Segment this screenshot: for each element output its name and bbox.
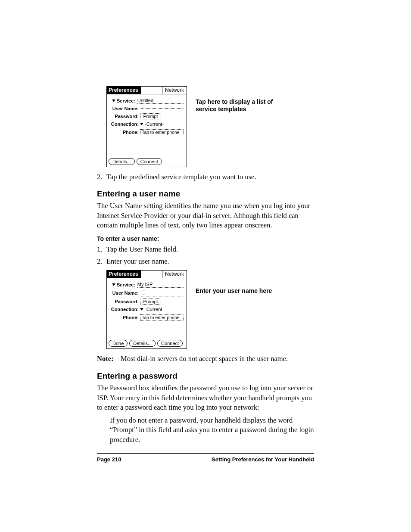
connection-value: -Current- bbox=[145, 121, 164, 127]
connection-row: Connection: -Current- bbox=[109, 121, 184, 127]
document-page: Preferences Network Service: Untitled Us… bbox=[0, 0, 411, 506]
username-field[interactable] bbox=[141, 108, 184, 109]
subheading-enter-username: To enter a user name: bbox=[97, 235, 314, 242]
phone-field[interactable]: Tap to enter phone bbox=[140, 314, 184, 320]
figure-2-annotation: Enter your user name here bbox=[196, 287, 272, 295]
connection-value: -Current- bbox=[145, 307, 164, 312]
password-field[interactable]: -Prompt- bbox=[140, 113, 161, 119]
page-footer: Page 210 Setting Preferences for Your Ha… bbox=[97, 456, 314, 463]
dropdown-icon[interactable] bbox=[112, 283, 115, 286]
done-button[interactable]: Done bbox=[109, 340, 128, 347]
phone-field[interactable]: Tap to enter phone bbox=[140, 129, 184, 135]
palm-header: Preferences Network bbox=[107, 87, 187, 94]
connection-label: Connection: bbox=[109, 307, 140, 312]
button-row: Done Details... Connect bbox=[107, 340, 184, 347]
connection-dropdown[interactable]: -Current- bbox=[140, 121, 164, 127]
footer-rule bbox=[97, 453, 314, 454]
list-text: Enter your user name. bbox=[106, 257, 169, 266]
service-row: Service: My ISP bbox=[109, 282, 184, 288]
list-number: 2. bbox=[97, 172, 106, 181]
window-title: Preferences bbox=[107, 271, 141, 278]
list-number: 1. bbox=[97, 245, 106, 254]
section-heading-username: Entering a user name bbox=[97, 189, 314, 199]
palm-body: Service: My ISP User Name: Password: -Pr… bbox=[107, 278, 187, 324]
phone-label: Phone: bbox=[109, 130, 140, 135]
service-field[interactable]: Untitled bbox=[137, 98, 184, 104]
connect-button[interactable]: Connect bbox=[137, 158, 162, 165]
palm-screenshot-1: Preferences Network Service: Untitled Us… bbox=[106, 86, 187, 167]
phone-label: Phone: bbox=[109, 315, 140, 320]
body-paragraph: The User Name setting identifies the nam… bbox=[97, 201, 314, 230]
service-field[interactable]: My ISP bbox=[137, 282, 184, 288]
details-button[interactable]: Details... bbox=[129, 340, 156, 347]
password-row: Password: -Prompt- bbox=[109, 299, 184, 305]
palm-header: Preferences Network bbox=[107, 271, 187, 278]
service-label: Service: bbox=[117, 282, 137, 288]
section-heading-password: Entering a password bbox=[97, 371, 314, 381]
chapter-title: Setting Preferences for Your Handheld bbox=[212, 456, 314, 463]
note-text: Most dial-in servers do not accept space… bbox=[121, 354, 288, 364]
password-field[interactable]: -Prompt- bbox=[140, 299, 161, 305]
list-item: 1. Tap the User Name field. bbox=[97, 245, 314, 254]
category-tab[interactable]: Network bbox=[162, 87, 187, 94]
password-label: Password: bbox=[109, 299, 140, 305]
category-tab[interactable]: Network bbox=[162, 271, 187, 278]
username-row: User Name: bbox=[109, 106, 184, 112]
indented-paragraph: If you do not enter a password, your han… bbox=[110, 416, 314, 445]
details-button[interactable]: Details... bbox=[109, 158, 135, 165]
password-row: Password: -Prompt- bbox=[109, 113, 184, 119]
note-row: Note: Most dial-in servers do not accept… bbox=[97, 354, 314, 364]
note-label: Note: bbox=[97, 354, 121, 364]
username-label: User Name: bbox=[109, 106, 140, 112]
list-number: 2. bbox=[97, 257, 106, 266]
figure-1-annotation: Tap here to display a list of service te… bbox=[196, 98, 273, 113]
service-label: Service: bbox=[117, 98, 137, 104]
window-title: Preferences bbox=[107, 87, 141, 94]
list-text: Tap the predefined service template you … bbox=[106, 172, 256, 181]
connection-dropdown[interactable]: -Current- bbox=[140, 307, 164, 312]
chevron-down-icon bbox=[140, 123, 143, 125]
username-row: User Name: bbox=[109, 290, 184, 297]
dropdown-icon[interactable] bbox=[112, 100, 115, 102]
list-item: 2. Enter your user name. bbox=[97, 257, 314, 266]
list-item: 2. Tap the predefined service template y… bbox=[97, 172, 314, 181]
chevron-down-icon bbox=[140, 308, 143, 311]
service-row: Service: Untitled bbox=[109, 98, 184, 104]
username-label: User Name: bbox=[109, 290, 140, 296]
palm-screenshot-2: Preferences Network Service: My ISP User… bbox=[106, 270, 187, 349]
connection-row: Connection: -Current- bbox=[109, 307, 184, 312]
page-number: Page 210 bbox=[97, 456, 121, 463]
text-cursor-icon bbox=[142, 290, 145, 295]
body-paragraph: The Password box identifies the password… bbox=[97, 383, 314, 412]
palm-body: Service: Untitled User Name: Password: -… bbox=[107, 94, 187, 139]
connection-label: Connection: bbox=[109, 121, 140, 127]
phone-row: Phone: Tap to enter phone bbox=[109, 314, 184, 320]
list-text: Tap the User Name field. bbox=[106, 245, 178, 254]
username-field[interactable] bbox=[141, 290, 184, 297]
figure-2-row: Preferences Network Service: My ISP User… bbox=[97, 270, 314, 349]
phone-row: Phone: Tap to enter phone bbox=[109, 129, 184, 135]
button-row: Details... Connect bbox=[107, 158, 164, 165]
password-label: Password: bbox=[109, 114, 140, 119]
figure-1-row: Preferences Network Service: Untitled Us… bbox=[97, 86, 314, 167]
connect-button[interactable]: Connect bbox=[157, 340, 183, 347]
